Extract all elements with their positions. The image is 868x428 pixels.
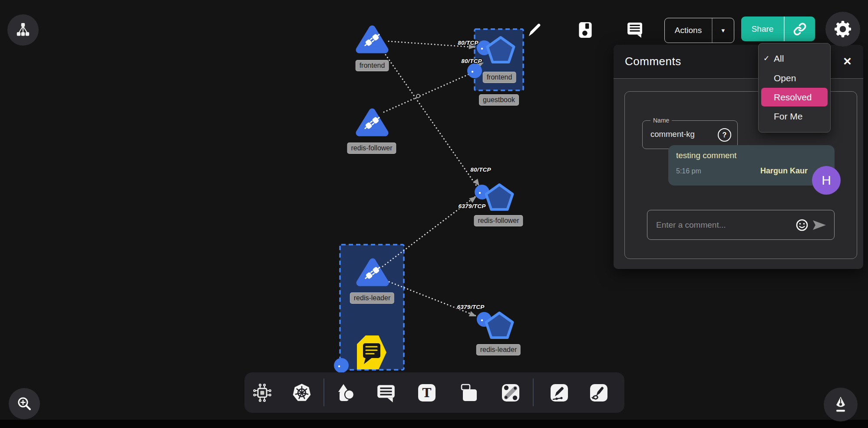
node-label-redis-follower-service[interactable]: redis-follower	[474, 215, 523, 226]
port-frontend-svc-2[interactable]	[467, 63, 482, 78]
edge-port-label: 6379/TCP	[457, 304, 484, 310]
graph-layout-button[interactable]	[7, 14, 39, 46]
tool-shapes[interactable]	[334, 381, 358, 405]
edit-pencil-button[interactable]	[525, 20, 545, 40]
port-redis-leader-group[interactable]	[334, 358, 349, 373]
filter-option-label: For Me	[774, 111, 803, 122]
toolbar-divider	[323, 378, 324, 406]
frame-icon	[459, 383, 479, 403]
comment-composer[interactable]	[647, 210, 835, 240]
name-field-value: comment-kg	[650, 129, 695, 139]
filter-option-open[interactable]: Open	[759, 68, 830, 88]
comment-text: testing comment	[676, 151, 827, 160]
smiley-icon	[795, 218, 809, 232]
node-redis-follower-deployment[interactable]	[359, 112, 385, 133]
edge-redis-follower-to-frontend-svc	[384, 72, 475, 112]
edge-crossing-dot	[416, 94, 420, 98]
actions-button[interactable]: Actions ▾	[664, 18, 734, 43]
tool-pen[interactable]	[547, 381, 571, 405]
send-button[interactable]	[811, 219, 828, 231]
comments-toggle-button[interactable]	[625, 20, 645, 40]
pen-nib-icon	[831, 395, 850, 414]
filter-option-all[interactable]: ✓ All	[759, 49, 830, 68]
arrowhead	[469, 311, 478, 319]
tool-kubernetes[interactable]	[290, 381, 314, 405]
tool-freehand[interactable]	[587, 381, 611, 405]
avatar: H	[812, 166, 841, 195]
shape-toolbar: T	[244, 372, 624, 413]
filter-option-label: All	[774, 53, 784, 64]
node-label-frontend-service[interactable]: frontend	[483, 72, 516, 83]
bottom-edge-strip	[0, 420, 868, 428]
node-frontend-deployment[interactable]	[359, 29, 385, 50]
comment-author: Hargun Kaur	[760, 166, 808, 176]
panel-title: Comments	[625, 55, 681, 68]
pencil-icon	[528, 23, 542, 37]
text-tool-glyph: T	[422, 386, 432, 400]
zoom-in-button[interactable]	[9, 388, 40, 419]
comment-item: testing comment 5:16 pm Hargun Kaur	[668, 145, 835, 186]
canvas[interactable]: frontend frontend guestbook redis-follow…	[0, 0, 868, 428]
edge-port-label: 6379/TCP	[458, 203, 485, 209]
node-label-frontend-deployment[interactable]: frontend	[356, 60, 389, 71]
comment-timestamp: 5:16 pm	[676, 167, 701, 175]
comment-tool-icon	[376, 382, 396, 403]
node-label-redis-leader-deployment[interactable]: redis-leader	[350, 292, 394, 304]
zoom-in-icon	[15, 395, 33, 413]
check-icon: ✓	[763, 54, 769, 63]
filter-option-label: Open	[774, 73, 796, 83]
node-redis-follower-service[interactable]	[486, 185, 513, 209]
filter-option-for-me[interactable]: For Me	[759, 106, 830, 126]
layout-chip-icon	[252, 383, 272, 403]
tool-frame[interactable]	[457, 381, 482, 405]
copy-link-button[interactable]	[785, 23, 815, 36]
name-field-label: Name	[650, 117, 672, 124]
share-label: Share	[741, 24, 784, 34]
send-icon	[812, 219, 827, 231]
filter-option-label: Resolved	[774, 92, 812, 103]
divider	[712, 18, 713, 43]
edge-port-label: 80/TCP	[458, 40, 479, 46]
gear-icon	[833, 20, 852, 39]
comments-filter-menu: ✓ All Open Resolved For Me	[758, 43, 831, 133]
edge-port-label: 80/TCP	[461, 58, 482, 64]
save-icon	[579, 22, 592, 38]
edge-frontend-to-redis-follower-svc	[386, 55, 480, 191]
node-label-redis-follower-deployment[interactable]: redis-follower	[347, 143, 396, 154]
text-tool-icon: T	[417, 383, 437, 403]
edge-port-label: 80/TCP	[470, 166, 491, 173]
chevron-down-icon[interactable]: ▾	[713, 27, 734, 34]
comment-bubble-icon	[627, 22, 643, 38]
save-button[interactable]	[575, 20, 595, 40]
pen-line-icon	[549, 383, 569, 403]
link-icon	[793, 23, 806, 36]
close-icon[interactable]: ✕	[843, 56, 852, 67]
share-button[interactable]: Share	[741, 17, 815, 41]
shapes-icon	[336, 383, 356, 403]
tool-layout-chip[interactable]	[250, 381, 274, 405]
tool-connector[interactable]	[498, 381, 523, 405]
comment-input[interactable]	[655, 220, 793, 230]
actions-label: Actions	[665, 26, 712, 35]
kubernetes-icon	[291, 382, 312, 403]
tool-comment[interactable]	[374, 381, 398, 405]
tool-text[interactable]: T	[415, 381, 439, 405]
help-icon[interactable]: ?	[718, 128, 731, 142]
freehand-pencil-icon	[589, 383, 609, 403]
filter-option-resolved[interactable]: Resolved	[761, 88, 828, 106]
node-label-guestbook-group[interactable]: guestbook	[479, 94, 519, 106]
toolbar-divider	[533, 378, 534, 406]
node-label-redis-leader-service[interactable]: redis-leader	[476, 344, 521, 355]
connector-icon	[501, 383, 521, 403]
emoji-button[interactable]	[793, 218, 811, 232]
settings-button[interactable]	[825, 12, 860, 46]
graph-layout-icon	[14, 21, 32, 39]
pen-mode-button[interactable]	[824, 388, 858, 421]
